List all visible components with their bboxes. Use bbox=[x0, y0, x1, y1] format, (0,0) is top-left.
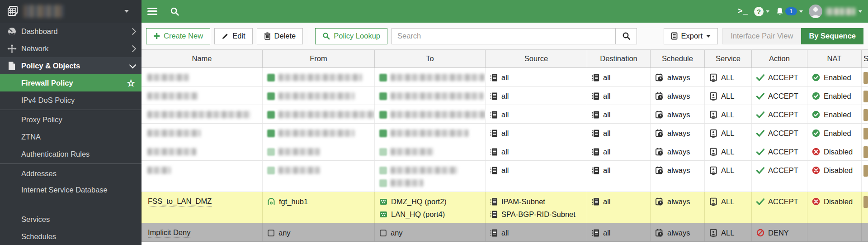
favorite-star-icon[interactable]: ☆ bbox=[127, 78, 135, 88]
column-header-source[interactable]: Source bbox=[485, 50, 587, 67]
cell-entry bbox=[267, 146, 372, 158]
redacted-policy-name bbox=[147, 92, 198, 100]
column-header-nat[interactable]: NAT bbox=[807, 50, 861, 67]
cell-entry: all bbox=[490, 164, 584, 176]
redacted-text bbox=[391, 74, 485, 81]
policy-row[interactable]: allallalwaysALLACCEPTEnabled bbox=[142, 105, 868, 124]
sidebar-item-label: Internet Service Database bbox=[21, 184, 108, 195]
cell-destination: all bbox=[587, 161, 650, 192]
policy-row[interactable]: allallalwaysALLACCEPTEnabled bbox=[142, 68, 868, 86]
column-header-destination[interactable]: Destination bbox=[587, 50, 650, 67]
cell-entry: any bbox=[379, 227, 482, 239]
sidebar-item-addresses[interactable]: Addresses bbox=[0, 165, 142, 182]
sidebar-item-schedules[interactable]: Schedules bbox=[0, 228, 142, 245]
logo-caret-icon bbox=[124, 10, 129, 13]
policy-row[interactable]: allallalwaysALLACCEPTEnabled bbox=[142, 124, 868, 142]
cell-from bbox=[262, 105, 374, 123]
cell-entry: ALL bbox=[709, 109, 749, 120]
policy-row[interactable]: FSS_to_LAN_DMZfgt_hub1DMZ_HQ (port2)LAN_… bbox=[142, 192, 868, 223]
cell-service: ALL bbox=[704, 86, 751, 105]
cell-security-profiles bbox=[861, 86, 868, 105]
view-toggle-by-sequence[interactable]: By Sequence bbox=[801, 28, 863, 44]
hamburger-menu-icon[interactable] bbox=[147, 8, 157, 15]
cell-to bbox=[374, 142, 485, 160]
cell-nat: Enabled bbox=[807, 124, 861, 142]
cell-schedule: always bbox=[650, 86, 704, 105]
sidebar-item-internet-service-database[interactable]: Internet Service Database bbox=[0, 182, 121, 211]
column-header-name[interactable]: Name bbox=[142, 50, 262, 67]
cell-to bbox=[374, 161, 485, 192]
redacted-text bbox=[278, 111, 374, 118]
interface-icon-redacted bbox=[379, 179, 387, 187]
cell-schedule: always bbox=[650, 142, 704, 160]
cell-entry: all bbox=[592, 164, 647, 176]
address-book-icon bbox=[490, 73, 498, 82]
cell-entry: all bbox=[592, 146, 647, 158]
main-area: >_ ? 1 bbox=[142, 0, 868, 245]
sidebar-item-authentication-rules[interactable]: Authentication Rules bbox=[0, 145, 142, 163]
column-header-action[interactable]: Action bbox=[751, 50, 807, 67]
cell-text: ACCEPT bbox=[768, 73, 798, 82]
cell-entry: all bbox=[490, 90, 584, 102]
column-header-from[interactable]: From bbox=[262, 50, 374, 67]
cli-console-icon[interactable]: >_ bbox=[737, 7, 748, 16]
cell-from bbox=[262, 161, 374, 192]
create-new-button[interactable]: Create New bbox=[146, 28, 210, 44]
service-icon bbox=[709, 129, 717, 138]
column-header-overflow[interactable]: S bbox=[861, 50, 868, 67]
policy-row[interactable]: allallalwaysALLACCEPTEnabled bbox=[142, 86, 868, 105]
cell-entry bbox=[379, 72, 482, 83]
column-header-service[interactable]: Service bbox=[704, 50, 751, 67]
logo-row[interactable] bbox=[0, 0, 142, 23]
cell-entry: Enabled bbox=[812, 90, 859, 102]
cell-entry: all bbox=[490, 72, 584, 83]
help-menu[interactable]: ? bbox=[754, 7, 769, 16]
sidebar-item-dashboard[interactable]: Dashboard bbox=[0, 23, 142, 40]
edit-button[interactable]: Edit bbox=[214, 28, 252, 44]
policy-row[interactable]: allallalwaysALLACCEPTDisabled bbox=[142, 142, 868, 161]
cell-text: DENY bbox=[768, 229, 789, 237]
sidebar-item-proxy-policy[interactable]: Proxy Policy bbox=[0, 111, 142, 128]
policy-row[interactable]: Implicit DenyanyanyallallalwaysALLDENY bbox=[142, 223, 868, 242]
policy-search-input[interactable] bbox=[392, 32, 615, 40]
search-submit-icon[interactable] bbox=[615, 29, 637, 44]
cell-entry: ACCEPT bbox=[756, 109, 804, 120]
address-book-icon bbox=[490, 148, 498, 156]
notifications-menu[interactable]: 1 bbox=[775, 7, 803, 16]
cell-text: always bbox=[667, 110, 690, 119]
accept-icon bbox=[756, 130, 764, 137]
user-menu[interactable] bbox=[809, 5, 862, 18]
export-button[interactable]: Export bbox=[664, 28, 718, 44]
redacted-policy-name bbox=[147, 111, 250, 118]
sidebar-item-ipv4-dos-policy[interactable]: IPv4 DoS Policy bbox=[0, 91, 142, 109]
policy-lookup-button[interactable]: Policy Lookup bbox=[315, 28, 387, 44]
cell-action: ACCEPT bbox=[751, 105, 807, 123]
cell-destination: all bbox=[587, 142, 650, 160]
delete-button[interactable]: Delete bbox=[257, 28, 303, 44]
cell-source: all bbox=[485, 124, 587, 142]
view-toggle-interface-pair-view[interactable]: Interface Pair View bbox=[722, 28, 801, 44]
cell-schedule: always bbox=[650, 68, 704, 86]
cell-text: ALL bbox=[721, 229, 734, 237]
cell-action: ACCEPT bbox=[751, 124, 807, 142]
global-search-icon[interactable] bbox=[170, 7, 179, 16]
accept-icon bbox=[756, 74, 764, 81]
policy-row[interactable]: allallalwaysALLACCEPTDisabled bbox=[142, 161, 868, 192]
column-header-schedule[interactable]: Schedule bbox=[650, 50, 704, 67]
cell-nat: Enabled bbox=[807, 105, 861, 123]
policy-name[interactable]: FSS_to_LAN_DMZ bbox=[148, 197, 212, 207]
security-profile-chip bbox=[863, 196, 868, 208]
sidebar-item-ztna[interactable]: ZTNA bbox=[0, 128, 142, 145]
cell-source: all bbox=[485, 161, 587, 192]
cell-text: ALL bbox=[721, 148, 734, 156]
policy-name[interactable]: Implicit Deny bbox=[148, 228, 190, 238]
sidebar-item-firewall-policy[interactable]: Firewall Policy☆ bbox=[0, 74, 142, 91]
sidebar-item-services[interactable]: Services bbox=[0, 211, 142, 228]
sidebar-item-policy-objects[interactable]: Policy & Objects bbox=[0, 57, 142, 74]
cell-entry bbox=[379, 177, 482, 189]
cell-service: ALL bbox=[704, 124, 751, 142]
view-mode-toggle: Interface Pair ViewBy Sequence bbox=[722, 28, 863, 44]
cell-entry: ACCEPT bbox=[756, 127, 804, 139]
sidebar-item-network[interactable]: Network bbox=[0, 40, 142, 57]
column-header-to[interactable]: To bbox=[374, 50, 485, 67]
